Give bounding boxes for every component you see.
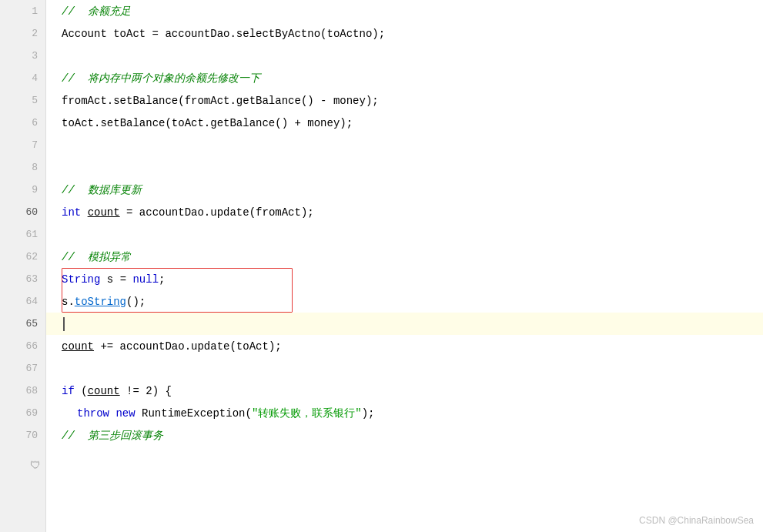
code-line-17 <box>46 357 763 380</box>
line-num-7: 7 <box>0 134 45 156</box>
line-num-6: 6 <box>0 112 45 134</box>
token-update1: update <box>210 206 249 219</box>
token-getbalance2: getBalance <box>210 117 275 129</box>
token-space2 <box>81 206 87 219</box>
code-line-7 <box>46 134 763 156</box>
code-line-18: if (count != 2) { <box>46 380 763 402</box>
comment-4: // 将内存中两个对象的余额先修改一下 <box>62 72 260 85</box>
token-toact3: (toAct); <box>229 340 281 353</box>
token-new: new <box>115 407 135 420</box>
token-space: toAct = <box>107 28 166 40</box>
token-accountdao: accountDao. <box>165 28 236 40</box>
token-account: Account <box>62 28 107 40</box>
code-line-15[interactable] <box>46 313 763 335</box>
token-lparen2: ( <box>245 407 251 420</box>
line-num-9: 9 <box>0 179 45 201</box>
token-space4 <box>136 407 142 420</box>
token-fromact1: fromAct. <box>62 95 113 107</box>
token-rparen2: ); <box>362 407 375 420</box>
line-num-18: 68 <box>0 380 45 402</box>
line-num-1: 1 <box>0 0 45 22</box>
line-numbers: 1 2 3 4 5 6 7 8 9 60 61 62 63 64 65 66 6… <box>0 0 46 532</box>
code-line-4: // 将内存中两个对象的余额先修改一下 <box>46 67 763 89</box>
token-neq: != 2) { <box>120 385 172 397</box>
line-num-12: 62 <box>0 246 45 268</box>
line-num-20: 70 <box>0 424 45 447</box>
token-throw: throw <box>77 407 109 420</box>
code-line-12: // 模拟异常 <box>46 246 763 268</box>
code-line-8 <box>46 156 763 179</box>
line-num-8: 8 <box>0 156 45 179</box>
token-eq: = accountDao. <box>120 206 211 219</box>
token-if: if <box>62 385 75 397</box>
code-line-11 <box>46 223 763 246</box>
token-toact2: (toAct. <box>165 117 210 129</box>
watermark: CSDN @ChinaRainbowSea <box>639 515 754 526</box>
token-toact1: toAct. <box>62 117 100 129</box>
token-op1: () - money); <box>301 95 379 107</box>
code-line-6: toAct.setBalance(toAct.getBalance() + mo… <box>46 112 763 134</box>
token-getbalance1: getBalance <box>236 95 301 107</box>
editor-container: 1 2 3 4 5 6 7 8 9 60 61 62 63 64 65 66 6… <box>0 0 763 532</box>
comment-12: // 模拟异常 <box>62 250 131 264</box>
token-string-kw: String <box>62 273 100 286</box>
token-pluseq: += accountDao. <box>94 340 191 353</box>
line-num-shield: 🛡 <box>0 447 45 469</box>
line-num-11: 61 <box>0 223 45 246</box>
code-area[interactable]: // 余额充足 Account toAct = accountDao.selec… <box>46 0 763 532</box>
code-line-5: fromAct.setBalance(fromAct.getBalance() … <box>46 89 763 112</box>
code-line-10: int count = accountDao.update(fromAct); <box>46 201 763 223</box>
token-semi1: ; <box>159 273 165 286</box>
code-line-2: Account toAct = accountDao.selectByActno… <box>46 22 763 45</box>
token-runtimeexception: RuntimeException <box>142 407 245 420</box>
token-paren1: (toActno); <box>320 28 385 40</box>
token-update2: update <box>191 340 229 353</box>
line-num-13: 63 <box>0 268 45 290</box>
line-num-5: 5 <box>0 89 45 112</box>
token-space3 <box>109 407 115 420</box>
token-s-var: s = <box>100 273 132 286</box>
token-paren2: (); <box>126 296 146 308</box>
code-line-14: s.toString(); <box>46 290 763 313</box>
code-line-1: // 余额充足 <box>46 0 763 22</box>
token-selectbyactno: selectByActno <box>236 28 320 40</box>
code-line-3 <box>46 45 763 67</box>
comment-9: // 数据库更新 <box>62 183 142 197</box>
token-count2: count <box>62 340 94 353</box>
text-cursor <box>63 317 65 331</box>
comment-20: // 第三步回滚事务 <box>62 429 163 443</box>
line-num-19: 69 <box>0 402 45 424</box>
comment-1: // 余额充足 <box>62 5 131 18</box>
token-setbalance1: setBalance <box>113 95 178 107</box>
token-count3: count <box>88 385 120 397</box>
token-tostring: toString <box>75 296 126 308</box>
code-line-16: count += accountDao.update(toAct); <box>46 335 763 357</box>
token-lparen: ( <box>75 385 88 397</box>
line-num-14: 64 <box>0 290 45 313</box>
token-fromact2: (fromAct. <box>178 95 236 107</box>
code-line-20: // 第三步回滚事务 <box>46 424 763 447</box>
line-num-3: 3 <box>0 45 45 67</box>
line-num-4: 4 <box>0 67 45 89</box>
code-line-9: // 数据库更新 <box>46 179 763 201</box>
code-line-19: throw new RuntimeException ("转账失败，联系银行")… <box>46 402 763 424</box>
token-s2: s. <box>62 296 75 308</box>
token-setbalance2: setBalance <box>100 117 165 129</box>
token-string-val: "转账失败，联系银行" <box>252 407 362 420</box>
line-num-17: 67 <box>0 357 45 380</box>
token-op2: () + money); <box>275 117 353 129</box>
line-num-16: 66 <box>0 335 45 357</box>
shield-icon: 🛡 <box>30 460 41 472</box>
line-num-10: 60 <box>0 201 45 223</box>
token-null: null <box>132 273 159 286</box>
token-int: int <box>62 206 81 219</box>
line-num-15: 65 <box>0 313 45 335</box>
token-fromact3: (fromAct); <box>249 206 314 219</box>
line-num-2: 2 <box>0 22 45 45</box>
token-count1: count <box>88 206 120 219</box>
code-line-13: String s = null ; <box>46 268 763 290</box>
